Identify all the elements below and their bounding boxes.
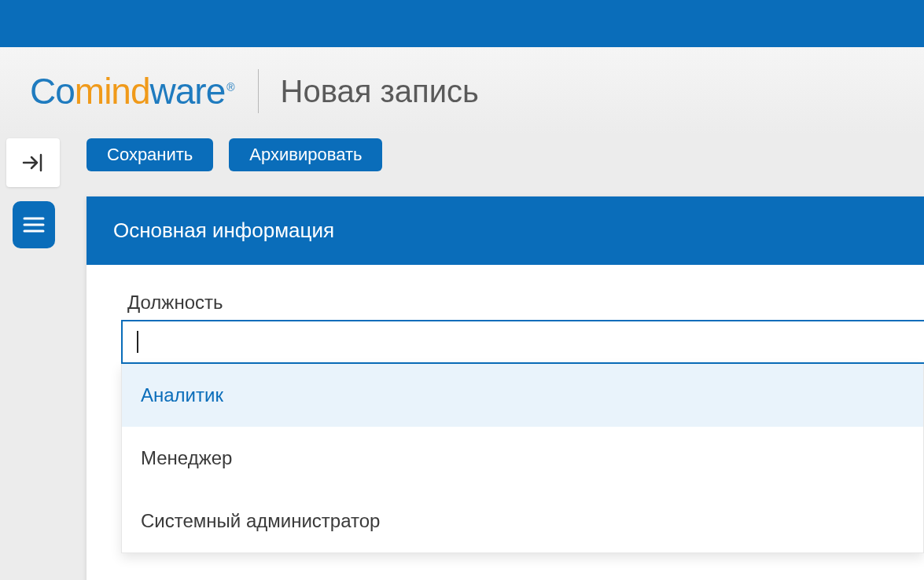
logo-part2: mind (75, 71, 150, 112)
position-input[interactable] (121, 320, 924, 364)
page-title: Новая запись (281, 74, 479, 109)
main-panel: Основная информация Должность Аналитик М… (87, 196, 924, 580)
logo: Comindware® (30, 70, 234, 112)
header: Comindware® Новая запись (0, 47, 924, 135)
panel-header: Основная информация (87, 196, 924, 265)
position-select[interactable]: Аналитик Менеджер Системный администрато… (121, 320, 924, 553)
save-button[interactable]: Сохранить (87, 138, 213, 171)
dropdown-option[interactable]: Менеджер (122, 427, 923, 490)
divider (258, 69, 259, 113)
collapse-icon (21, 152, 45, 174)
dropdown-option[interactable]: Системный администратор (122, 490, 923, 552)
collapse-sidebar-button[interactable] (6, 138, 60, 187)
menu-button[interactable] (13, 201, 55, 248)
field-label-position: Должность (127, 292, 924, 314)
logo-part1: Co (30, 71, 75, 112)
dropdown-option[interactable]: Аналитик (122, 364, 923, 427)
position-dropdown: Аналитик Менеджер Системный администрато… (121, 364, 924, 553)
text-caret (137, 331, 138, 353)
archive-button[interactable]: Архивировать (229, 138, 382, 171)
logo-part3: ware (150, 71, 226, 112)
side-column (0, 135, 63, 248)
toolbar: Сохранить Архивировать (87, 138, 924, 171)
hamburger-icon (23, 216, 45, 233)
logo-registered-mark: ® (226, 81, 234, 94)
top-bar (0, 0, 924, 47)
